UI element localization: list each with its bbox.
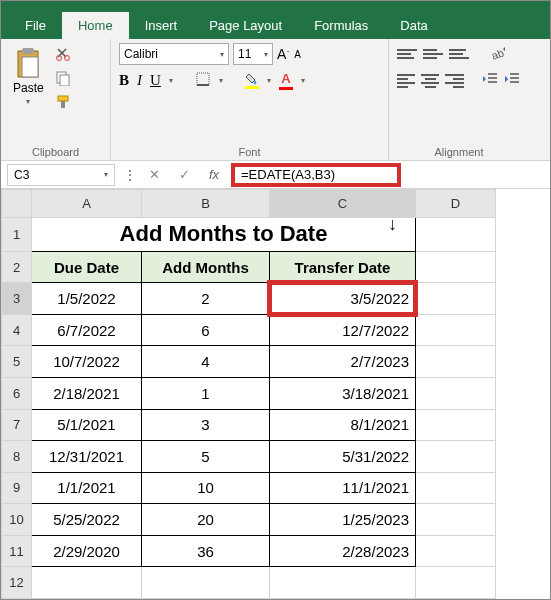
data-cell[interactable]: 12/7/2022 xyxy=(270,314,416,346)
font-name-select[interactable]: Calibri▾ xyxy=(119,43,229,65)
column-header-B[interactable]: B xyxy=(142,190,270,218)
chevron-down-icon: ▾ xyxy=(301,76,305,85)
data-cell[interactable]: 3/18/2021 xyxy=(270,378,416,410)
ribbon: Paste ▾ Clipboard Calibri▾ 11▾ Â A B I … xyxy=(1,39,550,161)
header-cell[interactable]: Add Months xyxy=(142,251,270,283)
underline-button[interactable]: U xyxy=(150,72,161,89)
svg-text:ab: ab xyxy=(490,47,506,61)
decrease-indent-button[interactable] xyxy=(483,72,499,90)
align-bottom-button[interactable] xyxy=(449,45,469,63)
formula-input[interactable]: =EDATE(A3,B3) xyxy=(231,163,401,187)
row-header[interactable]: 8 xyxy=(2,441,32,473)
row-header[interactable]: 2 xyxy=(2,251,32,283)
borders-button[interactable] xyxy=(195,71,211,90)
selected-cell[interactable]: 3/5/2022 xyxy=(270,283,416,315)
format-painter-button[interactable] xyxy=(54,93,72,111)
tab-insert[interactable]: Insert xyxy=(129,12,194,39)
increase-font-button[interactable]: A xyxy=(277,46,286,62)
data-cell[interactable]: 1/1/2021 xyxy=(32,472,142,504)
enter-formula-button[interactable]: ✓ xyxy=(171,164,197,186)
font-group-label: Font xyxy=(119,144,380,158)
row-header[interactable]: 3 xyxy=(2,283,32,315)
data-cell[interactable]: 12/31/2021 xyxy=(32,441,142,473)
data-cell[interactable]: 1/25/2023 xyxy=(270,504,416,536)
data-cell[interactable]: 5/25/2022 xyxy=(32,504,142,536)
orientation-button[interactable]: ab xyxy=(489,45,507,64)
svg-rect-6 xyxy=(60,75,69,86)
paste-button[interactable]: Paste ▾ xyxy=(9,43,48,111)
data-cell[interactable]: 2 xyxy=(142,283,270,315)
chevron-down-icon: ▾ xyxy=(264,50,268,59)
column-header-A[interactable]: A xyxy=(32,190,142,218)
align-right-button[interactable] xyxy=(445,72,463,90)
data-cell[interactable]: 1 xyxy=(142,378,270,410)
data-cell[interactable]: 2/18/2021 xyxy=(32,378,142,410)
row-header[interactable]: 1 xyxy=(2,217,32,251)
chevron-down-icon: ▾ xyxy=(220,50,224,59)
title-cell[interactable]: Add Months to Date xyxy=(32,217,416,251)
data-cell[interactable]: 36 xyxy=(142,535,270,567)
chevron-down-icon: ▾ xyxy=(219,76,223,85)
data-cell[interactable]: 3 xyxy=(142,409,270,441)
svg-rect-8 xyxy=(61,101,65,108)
chevron-down-icon: ▾ xyxy=(267,76,271,85)
row-header[interactable]: 12 xyxy=(2,567,32,599)
insert-function-button[interactable]: fx xyxy=(201,164,227,186)
tab-data[interactable]: Data xyxy=(384,12,443,39)
spreadsheet-grid[interactable]: A B C D 1 Add Months to Date 2 Due Date … xyxy=(1,189,496,599)
tab-formulas[interactable]: Formulas xyxy=(298,12,384,39)
data-cell[interactable]: 8/1/2021 xyxy=(270,409,416,441)
data-cell[interactable]: 2/7/2023 xyxy=(270,346,416,378)
align-center-button[interactable] xyxy=(421,72,439,90)
data-cell[interactable]: 10/7/2022 xyxy=(32,346,142,378)
alignment-group-label: Alignment xyxy=(397,144,521,158)
data-cell[interactable]: 6 xyxy=(142,314,270,346)
data-cell[interactable]: 4 xyxy=(142,346,270,378)
column-header-D[interactable]: D xyxy=(416,190,496,218)
row-header[interactable]: 11 xyxy=(2,535,32,567)
cut-button[interactable] xyxy=(54,45,72,63)
font-color-button[interactable]: A xyxy=(279,71,293,90)
tab-file[interactable]: File xyxy=(9,12,62,39)
align-top-button[interactable] xyxy=(397,45,417,63)
italic-button[interactable]: I xyxy=(137,72,142,89)
increase-indent-button[interactable] xyxy=(505,72,521,90)
clipboard-group-label: Clipboard xyxy=(9,144,102,158)
copy-button[interactable] xyxy=(54,69,72,87)
select-all-corner[interactable] xyxy=(2,190,32,218)
data-cell[interactable]: 1/5/2022 xyxy=(32,283,142,315)
data-cell[interactable]: 5/1/2021 xyxy=(32,409,142,441)
data-cell[interactable]: 2/28/2023 xyxy=(270,535,416,567)
data-cell[interactable]: 5 xyxy=(142,441,270,473)
row-header[interactable]: 9 xyxy=(2,472,32,504)
font-size-select[interactable]: 11▾ xyxy=(233,43,273,65)
cancel-formula-button[interactable]: ✕ xyxy=(141,164,167,186)
fill-color-button[interactable] xyxy=(245,73,259,89)
row-header[interactable]: 4 xyxy=(2,314,32,346)
paste-label: Paste xyxy=(13,81,44,95)
row-header[interactable]: 5 xyxy=(2,346,32,378)
data-cell[interactable]: 2/29/2020 xyxy=(32,535,142,567)
row-header[interactable]: 7 xyxy=(2,409,32,441)
data-cell[interactable]: 11/1/2021 xyxy=(270,472,416,504)
tab-page-layout[interactable]: Page Layout xyxy=(193,12,298,39)
ribbon-tabs: File Home Insert Page Layout Formulas Da… xyxy=(1,7,550,39)
data-cell[interactable]: 5/31/2022 xyxy=(270,441,416,473)
row-header[interactable]: 6 xyxy=(2,378,32,410)
decrease-font-button[interactable]: A xyxy=(294,49,301,60)
svg-point-4 xyxy=(64,56,69,61)
svg-rect-9 xyxy=(197,73,209,85)
paste-icon xyxy=(14,47,42,79)
name-box[interactable]: C3▾ xyxy=(7,164,115,186)
header-cell[interactable]: Transfer Date xyxy=(270,251,416,283)
arrow-down-indicator: ↓ xyxy=(388,214,397,235)
tab-home[interactable]: Home xyxy=(62,12,129,39)
data-cell[interactable]: 6/7/2022 xyxy=(32,314,142,346)
bold-button[interactable]: B xyxy=(119,72,129,89)
data-cell[interactable]: 20 xyxy=(142,504,270,536)
align-left-button[interactable] xyxy=(397,72,415,90)
align-middle-button[interactable] xyxy=(423,45,443,63)
data-cell[interactable]: 10 xyxy=(142,472,270,504)
row-header[interactable]: 10 xyxy=(2,504,32,536)
header-cell[interactable]: Due Date xyxy=(32,251,142,283)
